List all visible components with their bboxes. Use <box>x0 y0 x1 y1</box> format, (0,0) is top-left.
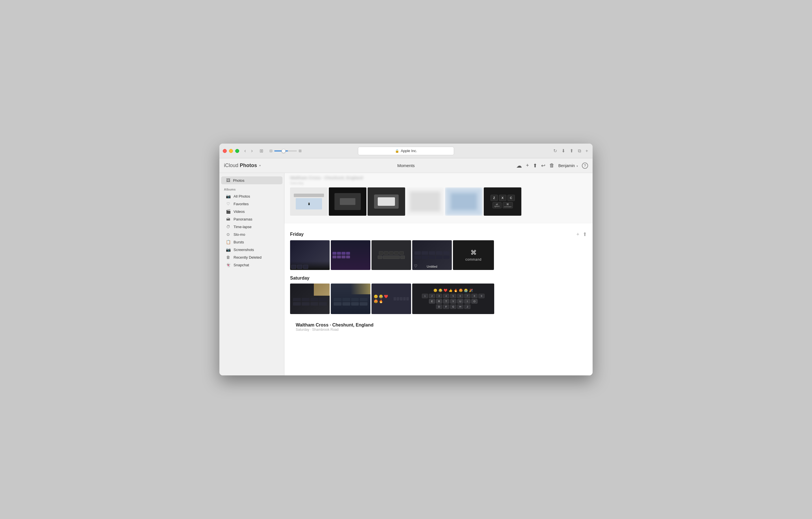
zoom-out-icon: ⊟ <box>269 149 272 153</box>
snapchat-icon: 👻 <box>226 263 231 267</box>
sidebar-item-all-photos[interactable]: 📷 All Photos <box>221 193 283 200</box>
titlebar: ‹ › ⊞ ⊟ ⊞ 🔒 Apple Inc. ↻ ⬇ ⬆ ⧉ + <box>220 144 592 158</box>
forward-button[interactable]: › <box>250 147 255 154</box>
sidebar-item-bursts[interactable]: 📋 Bursts <box>221 238 283 246</box>
friday-photo-grid: ♡ Untitled ⌘ command <box>290 240 587 270</box>
photo-thumb[interactable]: Z X C alt option ⌘ <box>484 188 521 216</box>
app-window: ‹ › ⊞ ⊟ ⊞ 🔒 Apple Inc. ↻ ⬇ ⬆ ⧉ + iCloud … <box>220 144 592 375</box>
photo-thumb[interactable] <box>329 188 367 216</box>
friday-add-button[interactable]: + <box>576 231 579 237</box>
download-button[interactable]: ⬇ <box>560 147 566 155</box>
videos-icon: 🎬 <box>226 209 231 214</box>
app-toolbar: iCloud Photos ▾ Moments ☁ + ⬆ ↩ 🗑 Benjam… <box>220 158 592 173</box>
bottom-location-section: Waltham Cross · Cheshunt, England Saturd… <box>290 320 587 334</box>
recently-deleted-icon: 🗑 <box>226 255 231 260</box>
browser-toolbar-right: ↻ ⬇ ⬆ ⧉ + <box>552 147 589 155</box>
sidebar-item-time-lapse[interactable]: ⏱ Time-lapse <box>221 223 283 230</box>
photo-thumb[interactable] <box>368 188 405 216</box>
sidebar-item-favorites[interactable]: ♡ Favorites <box>221 200 283 207</box>
back-button[interactable]: ‹ <box>242 147 248 154</box>
url-bar[interactable]: 🔒 Apple Inc. <box>358 147 454 155</box>
command-symbol: ⌘ <box>470 249 477 256</box>
screenshots-icon: 📷 <box>226 247 231 252</box>
photo-thumb[interactable]: 😊 😂 ❤️ 👍 🔥 😍 😭 🎉 1 <box>412 284 494 314</box>
top-sublocation-blurred: Saturday <box>290 181 587 185</box>
bursts-icon: 📋 <box>226 240 231 244</box>
user-menu[interactable]: Benjamin ▾ <box>558 163 578 168</box>
slo-mo-icon: ⊙ <box>226 232 231 237</box>
sidebar-item-slo-mo[interactable]: ⊙ Slo-mo <box>221 231 283 238</box>
add-button[interactable]: + <box>526 163 529 169</box>
reload-button[interactable]: ↻ <box>552 147 558 155</box>
view-mode-label: Moments <box>397 163 415 168</box>
sidebar-toggle-button[interactable]: ⊞ <box>258 148 265 154</box>
minimize-button[interactable] <box>229 149 233 153</box>
untitled-label: Untitled <box>427 265 437 268</box>
duplicate-tab-button[interactable]: ⧉ <box>577 147 582 155</box>
saturday-section-header: Saturday <box>290 276 587 281</box>
app-toolbar-actions: ☁ + ⬆ ↩ 🗑 Benjamin ▾ ? <box>516 162 588 169</box>
app-logo: iCloud Photos <box>224 163 257 169</box>
photo-thumb[interactable]: 📱 <box>290 188 328 216</box>
friday-share-button[interactable]: ⬆ <box>583 231 587 237</box>
option-text: option <box>494 205 500 207</box>
sidebar-item-label: Time-lapse <box>234 225 252 229</box>
sidebar-item-panoramas[interactable]: 🏔 Panoramas <box>221 215 283 223</box>
photo-thumb[interactable] <box>331 240 370 270</box>
sidebar-item-recently-deleted[interactable]: 🗑 Recently Deleted <box>221 254 283 261</box>
share-button[interactable]: ⬆ <box>533 163 537 169</box>
command-text: command <box>465 258 482 261</box>
top-location-blurred: Waltham Cross · Cheshunt, England <box>290 175 587 180</box>
sidebar-item-snapchat[interactable]: 👻 Snapchat <box>221 261 283 268</box>
sidebar-item-label: Slo-mo <box>234 232 245 237</box>
bottom-location-title: Waltham Cross · Cheshunt, England <box>296 322 581 328</box>
sidebar-item-videos[interactable]: 🎬 Videos <box>221 208 283 215</box>
main-layout: 🖼 Photos Albums 📷 All Photos ♡ Favorites… <box>220 173 592 375</box>
sidebar-item-screenshots[interactable]: 📷 Screenshots <box>221 246 283 253</box>
sidebar-item-label: Screenshots <box>234 248 254 252</box>
time-lapse-icon: ⏱ <box>226 225 231 229</box>
content-inner: Friday + ⬆ <box>284 223 592 337</box>
zoom-slider[interactable] <box>274 150 297 151</box>
albums-header: Albums <box>220 185 284 192</box>
maximize-button[interactable] <box>235 149 239 153</box>
undo-button[interactable]: ↩ <box>541 163 545 169</box>
help-button[interactable]: ? <box>582 163 588 169</box>
sidebar-item-label: All Photos <box>234 194 250 198</box>
friday-title: Friday <box>290 232 303 237</box>
photo-thumb[interactable]: ⌘ command <box>453 240 494 270</box>
close-button[interactable] <box>223 149 227 153</box>
saturday-photo-grid: 😊 😂 ❤️ 😍 🔥 <box>290 284 587 314</box>
bottom-location-subtitle: Saturday · Shambrook Road <box>296 328 581 331</box>
app-title-area: iCloud Photos ▾ <box>224 163 261 169</box>
photo-thumb[interactable] <box>331 284 370 314</box>
new-tab-button[interactable]: + <box>584 147 589 155</box>
photo-thumb[interactable] <box>406 188 444 216</box>
photo-thumb[interactable] <box>372 240 411 270</box>
zoom-controls: ⊟ ⊞ <box>269 149 302 153</box>
sidebar-item-label: Panoramas <box>234 217 252 221</box>
lock-icon: 🔒 <box>395 149 399 153</box>
photo-thumb[interactable] <box>290 284 330 314</box>
sidebar-item-label: Recently Deleted <box>234 255 262 260</box>
photos-icon: 🖼 <box>226 178 231 183</box>
upload-button[interactable]: ☁ <box>516 162 522 169</box>
sidebar-item-label: Favorites <box>234 202 249 206</box>
sidebar-item-label: Snapchat <box>234 263 249 267</box>
photos-label: Photos <box>233 178 244 183</box>
sidebar-item-photos[interactable]: 🖼 Photos <box>221 176 283 184</box>
photo-thumb[interactable]: 😊 😂 ❤️ 😍 🔥 <box>372 284 411 314</box>
browser-share-button[interactable]: ⬆ <box>569 147 575 155</box>
favorites-icon: ♡ <box>226 202 231 206</box>
photo-thumb[interactable]: ♡ Untitled <box>412 240 452 270</box>
delete-button[interactable]: 🗑 <box>549 163 554 169</box>
photo-thumb[interactable] <box>290 240 330 270</box>
app-dropdown-arrow: ▾ <box>259 164 261 167</box>
user-dropdown-arrow: ▾ <box>577 165 578 168</box>
saturday-title: Saturday <box>290 276 309 281</box>
photo-thumb[interactable] <box>445 188 483 216</box>
friday-section-actions: + ⬆ <box>576 231 587 237</box>
nav-buttons: ‹ › <box>242 147 255 154</box>
zoom-in-icon: ⊞ <box>298 149 302 153</box>
sidebar-item-label: Bursts <box>234 240 244 244</box>
